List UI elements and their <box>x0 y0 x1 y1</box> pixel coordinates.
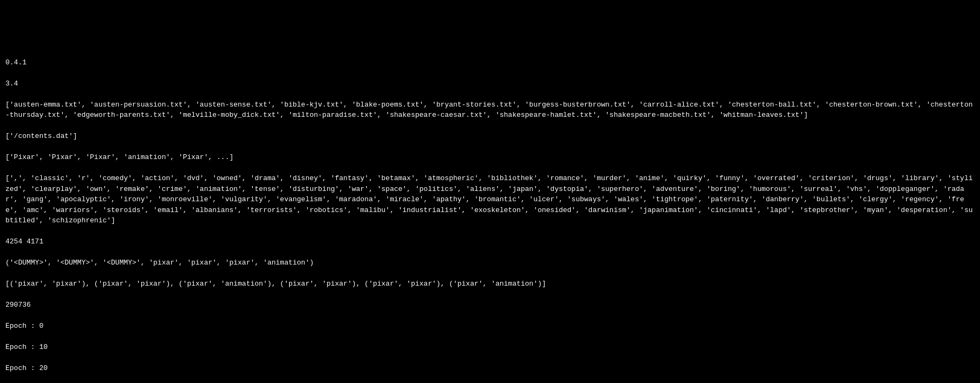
terminal-line-5: [',', 'classic', 'r', 'comedy', 'action'… <box>5 173 975 226</box>
terminal-line-3: ['/contents.dat'] <box>5 131 975 142</box>
terminal-line-11: Epoch : 10 <box>5 342 975 353</box>
terminal-line-6: 4254 4171 <box>5 236 975 247</box>
terminal-line-8: [('pixar', 'pixar'), ('pixar', 'pixar'),… <box>5 279 975 289</box>
terminal-line-0: 0.4.1 <box>5 57 975 68</box>
terminal-line-7: ('<DUMMY>', '<DUMMY>', '<DUMMY>', 'pixar… <box>5 257 975 268</box>
terminal-line-12: Epoch : 20 <box>5 363 975 374</box>
terminal-output: 0.4.1 3.4 ['austen-emma.txt', 'austen-pe… <box>5 47 975 383</box>
terminal-line-4: ['Pixar', 'Pixar', 'Pixar', 'animation',… <box>5 152 975 163</box>
terminal-line-2: ['austen-emma.txt', 'austen-persuasion.t… <box>5 100 975 121</box>
terminal-line-10: Epoch : 0 <box>5 321 975 332</box>
terminal-line-9: 290736 <box>5 300 975 311</box>
terminal-line-1: 3.4 <box>5 78 975 89</box>
